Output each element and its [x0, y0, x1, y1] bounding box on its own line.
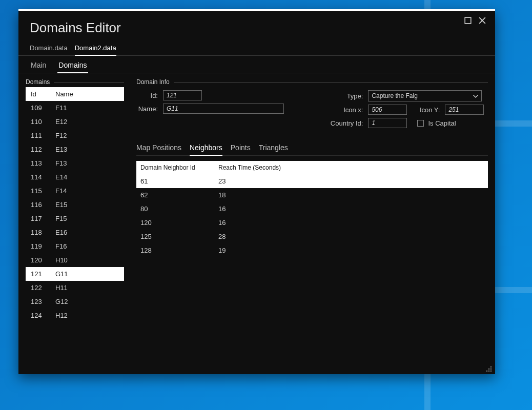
- domain-row[interactable]: 124H12: [26, 309, 124, 322]
- neighbor-row-time: 16: [218, 205, 484, 213]
- domain-info-legend: Domain Info: [136, 78, 174, 86]
- neighbors-header-id: Domain Neighbor Id: [140, 164, 218, 171]
- main-window: Domains Editor Domain.dataDomain2.data M…: [18, 9, 495, 374]
- domain-row-name: E12: [55, 118, 119, 126]
- neighbor-row-time: 16: [218, 219, 484, 227]
- neighbor-row-id: 120: [140, 219, 218, 227]
- domain-row-id: 111: [31, 132, 55, 139]
- neighbor-row[interactable]: 6123: [136, 174, 488, 188]
- svg-point-8: [490, 371, 492, 372]
- neighbor-row-id: 61: [140, 177, 218, 185]
- domain-row[interactable]: 113F13: [26, 156, 124, 170]
- domain-row[interactable]: 116E15: [26, 198, 124, 212]
- window-title: Domains Editor: [30, 20, 464, 36]
- domain-row-name: F13: [55, 159, 119, 167]
- domain-row-name: E14: [55, 173, 119, 181]
- name-field[interactable]: [163, 104, 284, 114]
- neighbor-row[interactable]: 6218: [136, 188, 488, 202]
- domain-row-name: F11: [55, 104, 119, 112]
- sub-tab-triangles[interactable]: Triangles: [259, 144, 288, 155]
- domain-row-id: 114: [31, 173, 55, 181]
- neighbor-row-id: 80: [140, 205, 218, 213]
- domain-row-id: 122: [31, 284, 55, 292]
- nav-tab-main[interactable]: Main: [30, 61, 47, 73]
- resize-grip-icon[interactable]: [486, 366, 492, 372]
- svg-rect-0: [465, 17, 471, 24]
- domain-row-id: 117: [31, 215, 55, 222]
- country-id-label: Country Id:: [326, 119, 363, 127]
- country-id-field[interactable]: [368, 118, 407, 128]
- domain-row-name: F14: [55, 187, 119, 195]
- domain-row[interactable]: 118E16: [26, 225, 124, 239]
- domain-row-name: F16: [55, 242, 119, 250]
- file-tab-domain2-data[interactable]: Domain2.data: [75, 44, 116, 56]
- neighbor-row-time: 23: [218, 177, 484, 185]
- domain-row-id: 115: [31, 187, 55, 195]
- nav-tabs: MainDomains: [18, 56, 495, 73]
- domain-row[interactable]: 117F15: [26, 212, 124, 225]
- domain-row-id: 112: [31, 146, 55, 153]
- is-capital-label: Is Capital: [428, 119, 456, 127]
- close-button[interactable]: [479, 17, 486, 26]
- domain-row-name: F12: [55, 132, 119, 139]
- icon-y-label: Icon Y:: [417, 106, 440, 114]
- neighbor-row-time: 28: [218, 233, 484, 240]
- domain-row-name: E15: [55, 201, 119, 209]
- neighbor-row[interactable]: 12016: [136, 216, 488, 230]
- file-tab-domain-data[interactable]: Domain.data: [30, 44, 68, 55]
- domain-row[interactable]: 122H11: [26, 281, 124, 295]
- svg-point-3: [490, 366, 492, 367]
- domain-row[interactable]: 111F12: [26, 129, 124, 142]
- neighbor-row[interactable]: 8016: [136, 202, 488, 216]
- neighbors-header-time: Reach Time (Seconds): [218, 164, 484, 171]
- id-label: Id:: [136, 92, 158, 99]
- neighbors-table: Domain Neighbor Id Reach Time (Seconds) …: [136, 161, 488, 371]
- maximize-button[interactable]: [464, 17, 472, 26]
- neighbor-row-id: 128: [140, 247, 218, 254]
- neighbor-row[interactable]: 12528: [136, 230, 488, 243]
- type-select[interactable]: Capture the Falg: [368, 90, 482, 101]
- domain-row[interactable]: 110E12: [26, 115, 124, 129]
- domain-row[interactable]: 119F16: [26, 239, 124, 253]
- id-field[interactable]: [163, 90, 202, 100]
- svg-point-6: [486, 371, 487, 372]
- domain-row[interactable]: 112E13: [26, 142, 124, 156]
- domain-row-id: 120: [31, 256, 55, 264]
- domain-row-id: 113: [31, 159, 55, 167]
- neighbor-row-id: 62: [140, 191, 218, 199]
- domain-row-name: H10: [55, 256, 119, 264]
- domain-row[interactable]: 121G11: [26, 267, 124, 281]
- neighbor-row-time: 18: [218, 191, 484, 199]
- sub-tab-points[interactable]: Points: [231, 144, 251, 155]
- icon-x-field[interactable]: [368, 105, 407, 115]
- domain-row-id: 123: [31, 298, 55, 305]
- domain-row-id: 119: [31, 242, 55, 250]
- sub-tab-neighbors[interactable]: Neighbors: [190, 144, 222, 156]
- is-capital-checkbox[interactable]: [417, 120, 424, 127]
- neighbor-row[interactable]: 12819: [136, 243, 488, 257]
- svg-point-5: [490, 368, 492, 370]
- domain-row-id: 124: [31, 312, 55, 319]
- domain-row-name: G11: [55, 270, 119, 278]
- domain-row-id: 110: [31, 118, 55, 126]
- nav-tab-domains[interactable]: Domains: [57, 61, 88, 73]
- type-label: Type:: [326, 92, 363, 100]
- domains-group-legend: Domains: [26, 78, 54, 86]
- type-select-value: Capture the Falg: [372, 92, 417, 99]
- domain-row-id: 118: [31, 229, 55, 236]
- domain-row-id: 109: [31, 104, 55, 112]
- domain-row-name: H11: [55, 284, 119, 292]
- icon-y-field[interactable]: [445, 105, 484, 115]
- neighbor-row-time: 19: [218, 247, 484, 254]
- domain-row[interactable]: 109F11: [26, 101, 124, 115]
- file-tabs: Domain.dataDomain2.data: [18, 40, 495, 56]
- sub-tab-map-positions[interactable]: Map Positions: [136, 144, 181, 155]
- domain-row[interactable]: 120H10: [26, 253, 124, 267]
- neighbor-row-id: 125: [140, 233, 218, 240]
- domain-row[interactable]: 114E14: [26, 170, 124, 184]
- domains-list-header: Id Name: [26, 87, 124, 101]
- title-bar: Domains Editor: [18, 11, 495, 40]
- domain-row[interactable]: 123G12: [26, 295, 124, 309]
- domains-list: Id Name 109F11110E12111F12112E13113F1311…: [26, 87, 124, 371]
- domain-row[interactable]: 115F14: [26, 184, 124, 198]
